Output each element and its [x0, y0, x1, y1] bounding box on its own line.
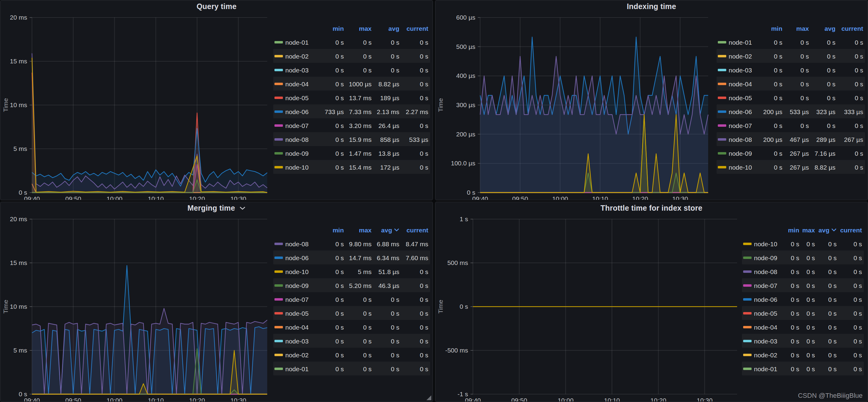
legend-series-name[interactable]: node-05	[285, 94, 320, 101]
legend-row-node-02[interactable]: node-020 s0 s0 s0 s	[273, 348, 430, 362]
legend-row-node-06[interactable]: node-060 s0 s0 s0 s	[742, 292, 864, 306]
legend-series-name[interactable]: node-10	[285, 268, 320, 275]
legend-row-node-05[interactable]: node-050 s0 s0 s0 s	[742, 306, 864, 320]
legend-row-node-09[interactable]: node-090 s0 s0 s0 s	[742, 251, 864, 264]
legend-row-node-07[interactable]: node-070 s0 s0 s0 s	[742, 278, 864, 292]
legend-series-name[interactable]: node-08	[754, 268, 785, 275]
legend-series-name[interactable]: node-01	[728, 38, 760, 46]
legend-series-name[interactable]: node-10	[754, 240, 785, 247]
legend-series-name[interactable]: node-07	[754, 282, 785, 289]
legend-row-node-01[interactable]: node-010 s0 s0 s0 s	[273, 362, 430, 375]
legend-row-node-02[interactable]: node-020 s0 s0 s0 s	[742, 348, 864, 362]
legend-row-node-04[interactable]: node-040 s0 s0 s0 s	[273, 320, 430, 334]
legend-row-node-01[interactable]: node-010 s0 s0 s0 s	[273, 35, 430, 49]
panel-header[interactable]: Query time	[1, 2, 433, 11]
legend-header-min[interactable]: min	[320, 24, 346, 32]
legend-series-name[interactable]: node-07	[285, 122, 320, 129]
legend-row-node-02[interactable]: node-020 s0 s0 s0 s	[273, 49, 430, 63]
legend-series-name[interactable]: node-03	[285, 66, 320, 73]
legend-header-max[interactable]: max	[784, 24, 811, 32]
legend-header-avg[interactable]: avg	[817, 226, 838, 233]
legend-row-node-05[interactable]: node-050 s0 s0 s0 s	[717, 90, 865, 105]
legend-header-min[interactable]: min	[320, 226, 346, 233]
legend-series-name[interactable]: node-06	[285, 254, 320, 261]
panel-header[interactable]: Throttle time for index store	[435, 204, 867, 212]
legend-row-node-03[interactable]: node-030 s0 s0 s0 s	[717, 63, 865, 77]
legend-series-name[interactable]: node-01	[285, 365, 320, 372]
legend-header-max[interactable]: max	[346, 24, 373, 32]
legend-series-name[interactable]: node-09	[728, 149, 760, 156]
legend-row-node-10[interactable]: node-100 s267 µs8.82 µs0 s	[717, 160, 865, 174]
legend-header-min[interactable]: min	[760, 24, 784, 32]
legend-row-node-07[interactable]: node-070 s0 s0 s0 s	[717, 118, 865, 132]
legend-row-node-05[interactable]: node-050 s0 s0 s0 s	[273, 306, 430, 320]
legend-row-node-07[interactable]: node-070 s0 s0 s0 s	[273, 292, 430, 306]
legend-row-node-08[interactable]: node-080 s15.9 ms858 µs533 µs	[273, 132, 430, 146]
legend-row-node-09[interactable]: node-090 s5.20 ms46.3 µs0 s	[273, 278, 430, 292]
legend-header-current[interactable]: current	[837, 24, 865, 32]
legend-series-name[interactable]: node-02	[754, 351, 785, 358]
legend-series-name[interactable]: node-06	[728, 108, 760, 115]
legend-row-node-06[interactable]: node-060 s14.7 ms6.34 ms7.60 ms	[273, 251, 430, 264]
legend-header-avg[interactable]: avg	[811, 24, 837, 32]
legend-header-current[interactable]: current	[401, 24, 430, 32]
legend-row-node-10[interactable]: node-100 s5 ms51.8 µs0 s	[273, 264, 430, 278]
legend-series-name[interactable]: node-07	[285, 295, 320, 303]
legend-series-name[interactable]: node-06	[754, 295, 785, 303]
legend-row-node-04[interactable]: node-040 s1000 µs8.82 µs0 s	[273, 77, 430, 90]
legend-header-min[interactable]: min	[785, 226, 801, 233]
panel-header[interactable]: Indexing time	[435, 2, 867, 11]
legend-series-name[interactable]: node-10	[728, 163, 760, 171]
legend-series-name[interactable]: node-04	[285, 80, 320, 87]
legend-series-name[interactable]: node-03	[285, 337, 320, 344]
legend-row-node-08[interactable]: node-08200 µs467 µs289 µs267 µs	[717, 132, 865, 146]
legend-row-node-05[interactable]: node-050 s13.7 ms189 µs0 s	[273, 90, 430, 105]
legend-series-name[interactable]: node-02	[728, 52, 760, 59]
legend-series-name[interactable]: node-05	[754, 309, 785, 317]
legend-series-name[interactable]: node-03	[728, 66, 760, 73]
legend-row-node-03[interactable]: node-030 s0 s0 s0 s	[273, 63, 430, 77]
legend-header-avg[interactable]: avg	[373, 24, 401, 32]
legend-row-node-08[interactable]: node-080 s0 s0 s0 s	[742, 264, 864, 278]
legend-header-max[interactable]: max	[346, 226, 373, 233]
legend-series-name[interactable]: node-10	[285, 163, 320, 171]
legend-row-node-02[interactable]: node-020 s0 s0 s0 s	[717, 49, 865, 63]
legend-row-node-04[interactable]: node-040 s0 s0 s0 s	[742, 320, 864, 334]
legend-row-node-03[interactable]: node-030 s0 s0 s0 s	[273, 334, 430, 348]
legend-series-name[interactable]: node-04	[754, 323, 785, 331]
legend-row-node-10[interactable]: node-100 s15.4 ms172 µs0 s	[273, 160, 430, 174]
legend-series-name[interactable]: node-05	[285, 309, 320, 317]
legend-series-name[interactable]: node-06	[285, 108, 320, 115]
legend-header-avg[interactable]: avg	[373, 226, 401, 233]
legend-series-name[interactable]: node-08	[728, 136, 760, 143]
legend-row-node-01[interactable]: node-010 s0 s0 s0 s	[742, 362, 864, 375]
legend-series-name[interactable]: node-04	[728, 80, 760, 87]
legend-row-node-08[interactable]: node-080 s9.80 ms6.88 ms8.47 ms	[273, 237, 430, 251]
legend-series-name[interactable]: node-07	[728, 122, 760, 129]
legend-series-name[interactable]: node-02	[285, 52, 320, 59]
legend-row-node-09[interactable]: node-090 s1.47 ms13.8 µs0 s	[273, 146, 430, 160]
legend-series-name[interactable]: node-01	[754, 365, 785, 372]
legend-series-name[interactable]: node-09	[285, 149, 320, 156]
panel-header[interactable]: Merging time	[1, 204, 433, 212]
legend-series-name[interactable]: node-08	[285, 240, 320, 247]
legend-series-name[interactable]: node-02	[285, 351, 320, 358]
legend-series-name[interactable]: node-09	[285, 282, 320, 289]
legend-header-current[interactable]: current	[838, 226, 864, 233]
legend-series-name[interactable]: node-05	[728, 94, 760, 101]
legend-series-name[interactable]: node-08	[285, 136, 320, 143]
legend-series-name[interactable]: node-04	[285, 323, 320, 331]
legend-row-node-04[interactable]: node-040 s0 s0 s0 s	[717, 77, 865, 90]
legend-series-name[interactable]: node-01	[285, 38, 320, 46]
legend-row-node-03[interactable]: node-030 s0 s0 s0 s	[742, 334, 864, 348]
legend-row-node-07[interactable]: node-070 s3.20 ms26.4 µs0 s	[273, 118, 430, 132]
legend-row-node-06[interactable]: node-06200 µs533 µs323 µs333 µs	[717, 105, 865, 118]
legend-row-node-01[interactable]: node-010 s0 s0 s0 s	[717, 35, 865, 49]
legend-header-max[interactable]: max	[801, 226, 817, 233]
legend-row-node-09[interactable]: node-090 s267 µs7.16 µs0 s	[717, 146, 865, 160]
legend-row-node-10[interactable]: node-100 s0 s0 s0 s	[742, 237, 864, 251]
panel-resize-handle[interactable]	[427, 395, 431, 400]
legend-row-node-06[interactable]: node-06733 µs7.33 ms2.13 ms2.27 ms	[273, 105, 430, 118]
legend-series-name[interactable]: node-03	[754, 337, 785, 344]
legend-series-name[interactable]: node-09	[754, 254, 785, 261]
